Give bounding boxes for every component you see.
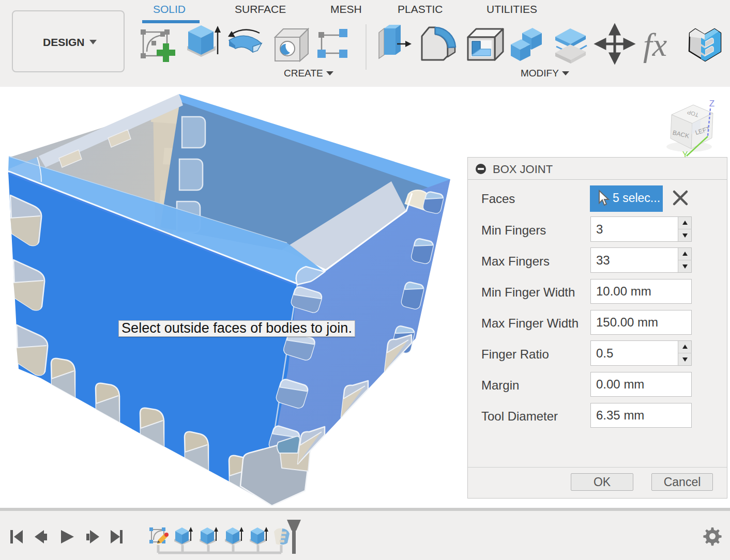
svg-text:Z: Z (709, 99, 714, 108)
svg-text:fx: fx (643, 26, 667, 63)
